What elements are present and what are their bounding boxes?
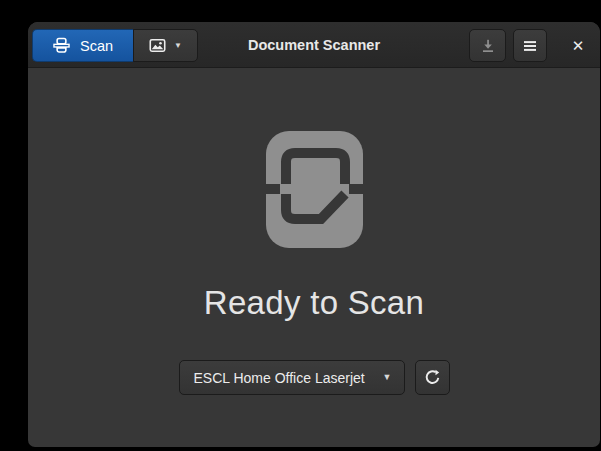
status-heading: Ready to Scan <box>28 284 600 322</box>
device-row: ESCL Home Office Laserjet ▼ <box>28 360 600 395</box>
scan-type-dropdown-button[interactable]: ▼ <box>133 29 198 62</box>
header-bar: Document Scanner Scan <box>28 22 600 68</box>
scan-controls-group: Scan ▼ <box>32 29 198 62</box>
scan-button-label: Scan <box>80 38 113 54</box>
combo-arrow-icon: ▼ <box>383 373 392 382</box>
document-scanner-window: Document Scanner Scan <box>28 22 600 447</box>
close-icon: ✕ <box>572 37 585 55</box>
scanner-select[interactable]: ESCL Home Office Laserjet ▼ <box>179 360 405 395</box>
scan-button[interactable]: Scan <box>32 29 133 62</box>
refresh-scanners-button[interactable] <box>415 360 450 395</box>
refresh-icon <box>424 369 441 386</box>
menu-button[interactable] <box>513 29 547 62</box>
save-button[interactable] <box>469 29 506 62</box>
save-icon <box>480 38 496 54</box>
close-button[interactable]: ✕ <box>562 30 594 61</box>
image-icon <box>149 37 166 54</box>
chevron-down-icon: ▼ <box>174 42 182 50</box>
scanner-icon <box>53 37 70 54</box>
scanner-select-value: ESCL Home Office Laserjet <box>194 370 365 386</box>
hamburger-menu-icon <box>522 38 538 54</box>
ready-scanner-icon <box>28 131 600 248</box>
